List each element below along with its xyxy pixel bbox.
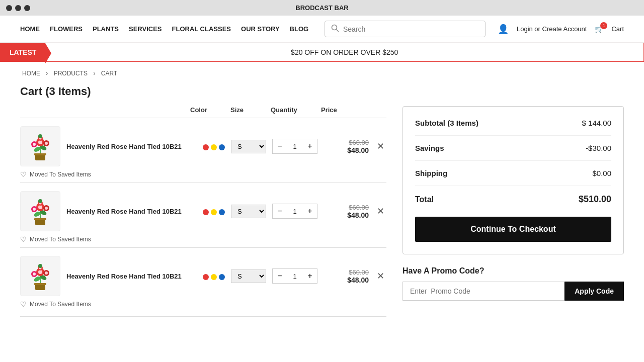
search-input[interactable] [343, 25, 479, 33]
sale-price: $48.00 [324, 211, 369, 219]
divider-3 [415, 186, 611, 186]
cart-icon-wrap[interactable]: 🛒 1 [595, 25, 603, 33]
qty-increase-button[interactable]: + [303, 139, 317, 153]
nav-floral-classes[interactable]: FLORAL CLASSES [172, 25, 231, 33]
promo-section: Have A Promo Code? Apply Code [403, 266, 624, 301]
total-value: $510.00 [579, 194, 611, 205]
apply-code-button[interactable]: Apply Code [565, 282, 624, 301]
item-details: Heavenly Red Rose Hand Tied 10B21 [66, 143, 193, 150]
search-wrap[interactable] [325, 21, 486, 37]
qty-decrease-button[interactable]: − [273, 269, 287, 283]
remove-button[interactable]: ✕ [375, 270, 386, 282]
item-details: Heavenly Red Rose Hand Tied 10B21 [66, 208, 193, 215]
qty-decrease-button[interactable]: − [273, 204, 287, 218]
qty-increase-button[interactable]: + [303, 204, 317, 218]
item-name: Heavenly Red Rose Hand Tied 10B21 [66, 208, 193, 215]
dot-1 [6, 5, 12, 11]
qty-increase-button[interactable]: + [303, 269, 317, 283]
cart-label[interactable]: Cart [611, 25, 624, 33]
nav-home[interactable]: HOME [20, 25, 40, 33]
heart-icon: ♡ [20, 235, 27, 243]
save-to-saved-items[interactable]: ♡ Moved To Saved Items [20, 170, 386, 178]
login-create-label[interactable]: Login or Create Account [517, 25, 587, 33]
qty-value: 1 [287, 208, 303, 215]
cart-badge: 1 [600, 22, 607, 29]
breadcrumb-home[interactable]: HOME [22, 70, 40, 77]
svg-point-36 [38, 270, 42, 274]
nav-plants[interactable]: PLANTS [93, 25, 119, 33]
header-remove [371, 106, 386, 114]
item-image [20, 126, 60, 166]
subtotal-value: $ 144.00 [582, 119, 611, 127]
title-bar: BRODCAST BAR [0, 0, 644, 16]
cart-items-container: Heavenly Red Rose Hand Tied 10B21 SML − … [20, 118, 386, 317]
checkout-button[interactable]: Continue To Checkout [415, 217, 611, 242]
cart-item-row: Heavenly Red Rose Hand Tied 10B21 SML − … [20, 126, 386, 166]
nav-flowers[interactable]: FLOWERS [50, 25, 83, 33]
breadcrumb-products[interactable]: PRODUCTS [54, 70, 88, 77]
remove-button[interactable]: ✕ [375, 206, 386, 217]
svg-point-15 [38, 134, 42, 138]
dot-2 [15, 5, 21, 11]
color-dots [203, 209, 225, 215]
svg-point-12 [45, 142, 48, 145]
sale-price: $48.00 [324, 276, 369, 284]
svg-point-40 [45, 272, 48, 275]
qty-value: 1 [287, 143, 303, 150]
save-label: Moved To Saved Items [30, 171, 91, 178]
save-label: Moved To Saved Items [30, 301, 91, 308]
cart-item-1: Heavenly Red Rose Hand Tied 10B21 SML − … [20, 183, 386, 247]
promo-input[interactable] [403, 282, 565, 301]
svg-point-38 [33, 273, 36, 276]
main-layout: Color Size Quantity Price [20, 106, 624, 317]
svg-line-1 [336, 30, 338, 32]
breadcrumb: HOME › PRODUCTS › CART [20, 70, 624, 77]
nav-blog[interactable]: BLOG [290, 25, 309, 33]
qty-control: − 1 + [272, 268, 317, 284]
summary-box: Subtotal (3 Items) $ 144.00 Savings -$30… [403, 106, 624, 254]
svg-rect-3 [34, 153, 46, 155]
breadcrumb-sep-2: › [93, 70, 95, 77]
promo-title: Have A Promo Code? [403, 266, 624, 276]
cart-title: Cart (3 Items) [20, 85, 624, 98]
color-dot [219, 209, 225, 215]
svg-point-24 [33, 208, 36, 211]
total-row: Total $510.00 [415, 194, 611, 205]
window-controls [6, 5, 30, 11]
cart-item-2: Heavenly Red Rose Hand Tied 10B21 SML − … [20, 247, 386, 317]
remove-button[interactable]: ✕ [375, 141, 386, 152]
summary-panel: Subtotal (3 Items) $ 144.00 Savings -$30… [403, 106, 624, 301]
original-price: $60.00 [324, 268, 369, 276]
item-image [20, 256, 60, 296]
item-image [20, 191, 60, 231]
nav-links: HOME FLOWERS PLANTS SERVICES FLORAL CLAS… [20, 25, 312, 33]
size-select[interactable]: SML [231, 205, 266, 218]
savings-row: Savings -$30.00 [415, 144, 611, 152]
promo-banner: LATEST $20 OFF ON ORDER OVER $250 [0, 43, 644, 62]
cart-item-0: Heavenly Red Rose Hand Tied 10B21 SML − … [20, 118, 386, 183]
svg-point-29 [38, 199, 42, 203]
save-to-saved-items[interactable]: ♡ Moved To Saved Items [20, 300, 386, 308]
svg-rect-17 [34, 218, 46, 220]
price-col: $60.00 $48.00 [324, 139, 369, 154]
color-dot [203, 209, 209, 215]
breadcrumb-sep-1: › [46, 70, 48, 77]
color-dot [219, 274, 225, 280]
savings-value: -$30.00 [586, 144, 611, 152]
size-select[interactable]: SML [231, 269, 266, 283]
original-price: $60.00 [324, 139, 369, 146]
qty-decrease-button[interactable]: − [273, 139, 287, 153]
save-to-saved-items[interactable]: ♡ Moved To Saved Items [20, 235, 386, 243]
color-dot [211, 209, 217, 215]
size-select[interactable]: SML [231, 140, 266, 153]
save-label: Moved To Saved Items [30, 236, 91, 243]
shipping-label: Shipping [415, 169, 447, 177]
nav-services[interactable]: SERVICES [129, 25, 162, 33]
cart-column-headers: Color Size Quantity Price [20, 106, 386, 118]
color-dot [211, 144, 217, 150]
nav-our-story[interactable]: OUR STORY [241, 25, 280, 33]
svg-point-8 [38, 140, 42, 144]
navigation: HOME FLOWERS PLANTS SERVICES FLORAL CLAS… [0, 16, 644, 43]
header-quantity: Quantity [271, 106, 321, 114]
svg-point-10 [33, 143, 36, 146]
